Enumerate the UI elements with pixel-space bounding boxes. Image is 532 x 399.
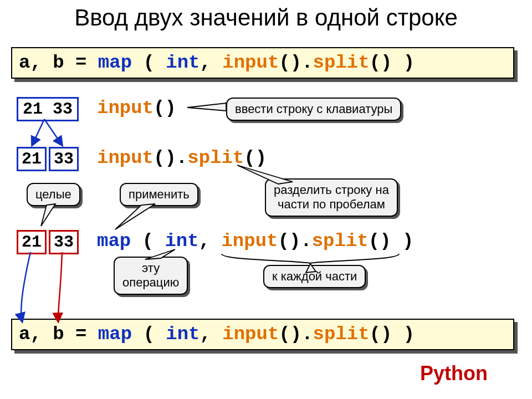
value-box-33: 33 [49,147,79,171]
callout-this-op: эту операцию [114,257,188,295]
callout-split: разделить строку на части по пробелам [265,178,398,217]
tok: input [222,324,279,345]
tok: () [154,98,176,119]
tok: input [97,147,154,168]
tok: int [166,52,200,73]
value-box-33-int: 33 [49,230,79,254]
tok: int [165,231,198,252]
value-box-input: 21 33 [17,97,79,121]
tok: map [98,324,132,345]
tok: ( [131,231,165,252]
tok: split [312,231,369,252]
tok: ( [132,324,166,345]
tok: , [200,52,222,73]
value-box-21-int: 21 [17,230,47,254]
code-bar-top: a, b = map ( int, input().split() ) [11,47,514,79]
code-row-input: input() [97,98,176,119]
value-box-21: 21 [17,147,47,171]
tok: a, b = [19,52,98,73]
tok: () ) [370,52,415,73]
code-row-split: input().split() [97,147,267,168]
tok: () ) [369,231,414,252]
tok: , [200,324,222,345]
tok: split [313,324,370,345]
tok: (). [278,231,312,252]
python-label: Python [420,362,488,385]
tok: split [187,147,244,168]
svg-marker-0 [187,103,226,111]
tok: input [222,52,279,73]
tok: ( [132,52,166,73]
tok: map [98,52,132,73]
callout-line2: части по пробелам [278,197,385,211]
callout-to-each: к каждой части [263,265,366,288]
tok: () [244,147,267,168]
slide-title: Ввод двух значений в одной строке [0,4,532,31]
tok: map [97,231,131,252]
tok: a, b = [19,324,98,345]
tok: input [97,98,154,119]
callout-apply: применить [120,183,198,206]
tok: , [199,231,222,252]
callout-line1: разделить строку на [274,183,389,197]
tok: (). [279,324,313,345]
tok: () ) [370,324,415,345]
tok: int [166,324,200,345]
tok: split [313,52,370,73]
svg-marker-2 [41,204,55,226]
tok: (). [154,147,187,168]
callout-whole: целые [27,183,80,206]
tok: input [221,231,278,252]
callout-line2: операцию [122,275,179,289]
code-row-map: map ( int, input().split() ) [97,231,413,252]
code-bar-bottom: a, b = map ( int, input().split() ) [11,319,514,350]
tok: (). [279,52,313,73]
callout-input: ввести строку с клавиатуры [226,98,401,121]
callout-line1: эту [142,261,160,275]
svg-marker-3 [115,204,155,229]
